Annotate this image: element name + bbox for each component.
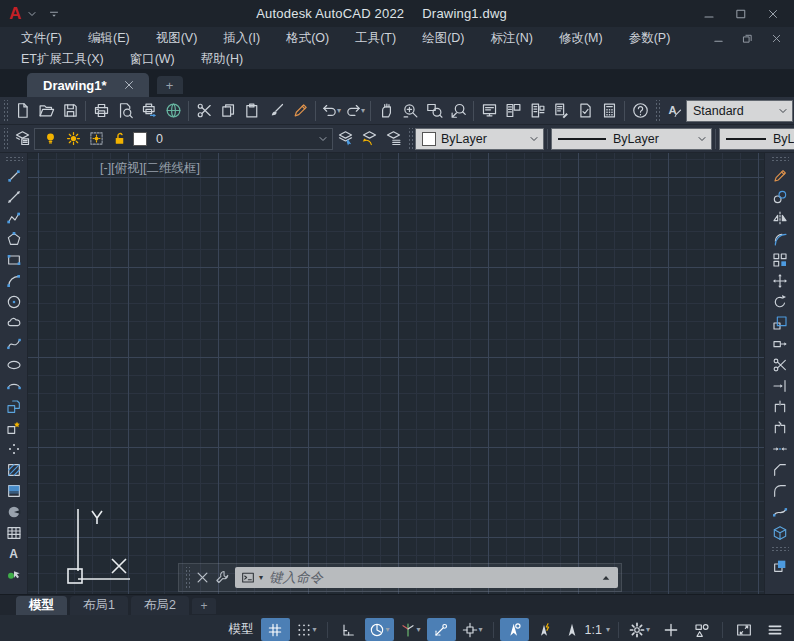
grip-handle[interactable] bbox=[771, 156, 789, 162]
tool-palettes-button[interactable] bbox=[525, 99, 549, 123]
fillet-button[interactable] bbox=[769, 481, 791, 500]
copy-object-button[interactable] bbox=[769, 187, 791, 206]
layout-tab-layout2[interactable]: 布局2 bbox=[131, 596, 189, 615]
chevron-down-icon[interactable] bbox=[317, 133, 329, 145]
grip-handle[interactable] bbox=[771, 546, 789, 552]
file-tab-close-icon[interactable] bbox=[121, 77, 137, 93]
command-history-up-icon[interactable] bbox=[600, 572, 612, 584]
trim-button[interactable] bbox=[769, 355, 791, 374]
stretch-button[interactable] bbox=[769, 334, 791, 353]
polygon-button[interactable] bbox=[3, 229, 25, 248]
properties-palette-button[interactable] bbox=[477, 99, 501, 123]
chevron-down-icon[interactable] bbox=[696, 133, 708, 145]
plot-button[interactable] bbox=[89, 99, 113, 123]
polar-tracking-button[interactable]: ▾ bbox=[365, 618, 394, 641]
menu-format[interactable]: 格式(O) bbox=[273, 30, 342, 47]
chevron-down-icon[interactable]: ▾ bbox=[386, 625, 390, 634]
chevron-down-icon[interactable]: ▾ bbox=[313, 625, 317, 634]
circle-button[interactable] bbox=[3, 292, 25, 311]
workspace-switching-button[interactable]: ▾ bbox=[625, 618, 654, 641]
customize-button[interactable] bbox=[760, 618, 789, 641]
pan-button[interactable] bbox=[374, 99, 398, 123]
menu-view[interactable]: 视图(V) bbox=[143, 30, 211, 47]
doc-restore-button[interactable] bbox=[739, 30, 755, 46]
rotate-button[interactable] bbox=[769, 292, 791, 311]
copy-button[interactable] bbox=[216, 99, 240, 123]
spline-button[interactable] bbox=[3, 334, 25, 353]
autocad-logo[interactable]: A bbox=[0, 5, 24, 22]
rectangle-button[interactable] bbox=[3, 250, 25, 269]
break-at-point-button[interactable] bbox=[769, 397, 791, 416]
annotation-visibility-button[interactable] bbox=[500, 618, 529, 641]
isolate-objects-button[interactable] bbox=[687, 618, 716, 641]
menu-edit[interactable]: 编辑(E) bbox=[75, 30, 143, 47]
chevron-down-icon[interactable]: ▾ bbox=[259, 573, 263, 582]
add-selected-button[interactable] bbox=[3, 565, 25, 584]
grip-handle[interactable] bbox=[5, 156, 23, 162]
layout-tab-layout1[interactable]: 布局1 bbox=[70, 596, 128, 615]
layer-properties-manager-button[interactable] bbox=[10, 127, 34, 151]
scale-button[interactable] bbox=[769, 313, 791, 332]
chevron-down-icon[interactable] bbox=[777, 105, 789, 117]
snap-mode-button[interactable]: ▾ bbox=[292, 618, 321, 641]
chevron-down-icon[interactable]: ▾ bbox=[337, 106, 341, 115]
chamfer-button[interactable] bbox=[769, 460, 791, 479]
menu-window[interactable]: 窗口(W) bbox=[117, 51, 188, 68]
polyline-button[interactable] bbox=[3, 208, 25, 227]
offset-button[interactable] bbox=[769, 229, 791, 248]
chevron-down-icon[interactable]: ▾ bbox=[417, 625, 421, 634]
publish-button[interactable] bbox=[137, 99, 161, 123]
lineweight-combo[interactable]: ByL bbox=[719, 128, 794, 150]
construction-line-button[interactable] bbox=[3, 187, 25, 206]
ellipse-button[interactable] bbox=[3, 355, 25, 374]
table-button[interactable] bbox=[3, 523, 25, 542]
menu-tools[interactable]: 工具(T) bbox=[342, 30, 409, 47]
zoom-previous-button[interactable] bbox=[446, 99, 470, 123]
chevron-down-icon[interactable]: ▾ bbox=[646, 625, 650, 634]
new-layout-button[interactable]: + bbox=[192, 598, 216, 614]
point-button[interactable] bbox=[3, 439, 25, 458]
arc-button[interactable] bbox=[3, 271, 25, 290]
grid-display-button[interactable] bbox=[261, 618, 290, 641]
close-button[interactable] bbox=[765, 6, 781, 22]
block-editor-button[interactable] bbox=[288, 99, 312, 123]
grip-handle[interactable] bbox=[2, 128, 8, 150]
ellipse-arc-button[interactable] bbox=[3, 376, 25, 395]
file-tab-drawing1[interactable]: Drawing1* bbox=[27, 73, 149, 97]
line-button[interactable] bbox=[3, 166, 25, 185]
blend-curves-button[interactable] bbox=[769, 502, 791, 521]
linetype-combo[interactable]: ByLayer bbox=[551, 128, 712, 150]
layer-freeze-sun-icon[interactable] bbox=[64, 129, 83, 148]
model-space-button[interactable]: 模型 bbox=[224, 618, 259, 641]
hatch-button[interactable] bbox=[3, 460, 25, 479]
command-input[interactable]: ▾ 键入命令 bbox=[235, 567, 618, 588]
maximize-button[interactable] bbox=[733, 6, 749, 22]
match-properties-button[interactable] bbox=[264, 99, 288, 123]
multiline-text-button[interactable] bbox=[3, 544, 25, 563]
array-button[interactable] bbox=[769, 250, 791, 269]
new-drawing-tab-button[interactable]: + bbox=[157, 76, 183, 94]
clean-screen-button[interactable] bbox=[729, 618, 758, 641]
plot-preview-button[interactable] bbox=[113, 99, 137, 123]
layout-tab-model[interactable]: 模型 bbox=[16, 596, 67, 615]
draw-order-button[interactable] bbox=[769, 556, 791, 575]
style-combo[interactable]: Standard bbox=[686, 100, 793, 122]
move-button[interactable] bbox=[769, 271, 791, 290]
grip-handle[interactable] bbox=[654, 100, 660, 122]
create-block-button[interactable] bbox=[3, 418, 25, 437]
join-button[interactable] bbox=[769, 439, 791, 458]
menu-express-tools[interactable]: ET扩展工具(X) bbox=[8, 51, 117, 68]
drawing-canvas[interactable]: [-][俯视][二维线框] ▾ 键入命令 bbox=[28, 153, 764, 594]
web-button[interactable] bbox=[161, 99, 185, 123]
text-style-button[interactable] bbox=[662, 99, 686, 123]
menu-modify[interactable]: 修改(M) bbox=[546, 30, 616, 47]
object-snap-button[interactable]: ▾ bbox=[458, 618, 487, 641]
zoom-window-button[interactable] bbox=[422, 99, 446, 123]
save-file-button[interactable] bbox=[58, 99, 82, 123]
layer-on-bulb-icon[interactable] bbox=[41, 129, 60, 148]
command-close-icon[interactable] bbox=[192, 567, 212, 589]
viewport-controls-label[interactable]: [-][俯视][二维线框] bbox=[100, 160, 200, 177]
annotation-scale-button[interactable]: 1:1▾ bbox=[562, 618, 612, 641]
break-button[interactable] bbox=[769, 418, 791, 437]
layer-unlock-icon[interactable] bbox=[110, 129, 129, 148]
